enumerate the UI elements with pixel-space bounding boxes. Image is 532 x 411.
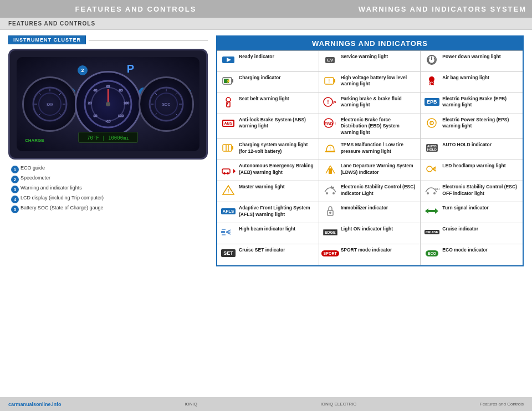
- esc-icon: [323, 184, 338, 196]
- svg-point-78: [433, 192, 436, 194]
- charging-icon: ⚡: [221, 75, 236, 87]
- ready-icon: [221, 54, 236, 66]
- legend: 1 ECO guide 2 Speedometer 3 Warning and …: [8, 165, 208, 213]
- svg-rect-84: [221, 231, 225, 233]
- svg-line-30: [155, 93, 157, 95]
- svg-text:-10: -10: [106, 120, 111, 123]
- esc-label: Electronic Stability Control (ESC) Indic…: [341, 184, 417, 197]
- hv-battery-label: High voltage battery low level warning l…: [341, 75, 417, 88]
- charging-icon-svg: ⚡: [222, 75, 235, 86]
- ebd-icon: EBD !: [323, 117, 338, 129]
- legend-item-3: 3 Warning and indicator lights: [11, 185, 208, 193]
- svg-rect-58: [232, 146, 233, 150]
- light-on-icon: EDGE: [323, 226, 338, 238]
- svg-text:20: 20: [88, 101, 92, 105]
- svg-rect-40: [334, 79, 335, 83]
- immobilizer-label: Immobilizer indicator: [341, 205, 417, 211]
- airbag-icon: [424, 75, 439, 87]
- warning-cell-cruise: CRUISE Cruise indicator: [421, 223, 523, 244]
- esc-icon-svg: [323, 184, 337, 196]
- warning-cell-tpms: ! TPMS Malfunction / Low tire pressure w…: [319, 139, 421, 160]
- footer-logo: carmanualsonline.info: [8, 402, 62, 407]
- charging-sys-label: Charging system warning light (for 12-vo…: [239, 142, 315, 155]
- svg-rect-61: [325, 151, 335, 152]
- cluster-container: 1 2 3 4 5: [8, 49, 208, 160]
- abs-label: Anti-lock Brake System (ABS) warning lig…: [239, 117, 315, 130]
- svg-text:!: !: [335, 122, 336, 126]
- cluster-label-2: 2: [78, 65, 88, 75]
- svg-point-77: [427, 192, 429, 194]
- cruise-icon: CRUISE: [424, 226, 439, 238]
- led-headlamp-label: LED headlamp warning light: [442, 163, 519, 169]
- ebd-icon-svg: EBD !: [323, 117, 338, 129]
- warning-cell-abs: ABS Anti-lock Brake System (ABS) warning…: [217, 114, 319, 139]
- ready-icon-svg: [222, 55, 235, 65]
- gauge-right-svg: SOC: [147, 85, 186, 124]
- seatbelt-icon: [221, 96, 236, 108]
- sport-label: SPORT mode indicator: [341, 247, 417, 253]
- afls-icon: AFLS: [221, 205, 236, 217]
- led-icon-svg: [425, 163, 438, 174]
- highbeam-icon: [221, 226, 236, 238]
- gauge-right: SOC: [139, 76, 194, 132]
- svg-rect-63: [222, 169, 230, 173]
- ebd-label: Electronic Brake force Distribution (EBD…: [341, 117, 417, 136]
- eps-icon-svg: !: [425, 117, 438, 129]
- warning-cell-esc-off: OFF Electronic Stability Control (ESC) O…: [421, 181, 523, 202]
- legend-text-1: ECO guide: [21, 165, 45, 172]
- eco-mode-label: ECO mode indicator: [442, 247, 519, 253]
- warning-cell-sport: SPORT SPORT mode indicator: [319, 244, 421, 265]
- ev-badge: EV: [325, 57, 335, 63]
- svg-point-75: [326, 192, 328, 194]
- svg-marker-83: [432, 208, 438, 214]
- tpms-icon-svg: !: [324, 142, 337, 153]
- svg-line-25: [176, 93, 177, 95]
- esc-off-label: Electronic Stability Control (ESC) OFF i…: [442, 184, 519, 197]
- lcd-display: 70°F | 10000mi: [78, 132, 138, 143]
- left-section: INSTRUMENT CLUSTER 1 2 3 4 5: [8, 35, 208, 266]
- svg-text:⚡: ⚡: [226, 78, 231, 84]
- cluster-inner: 1 2 3 4 5: [17, 57, 200, 151]
- aeb-icon-svg: [221, 163, 236, 174]
- legend-text-4: LCD display (including Trip computer): [21, 195, 104, 202]
- eco-badge: ECO: [426, 250, 438, 256]
- eco-indicator: CHARGE: [25, 138, 44, 143]
- warning-cell-cruise-set: SET Cruise SET indicator: [217, 244, 319, 265]
- afls-badge: AFLS: [221, 208, 236, 214]
- legend-item-2: 2 Speedometer: [11, 175, 208, 183]
- svg-line-5: [59, 114, 61, 115]
- turn-signal-icon-svg: [424, 206, 439, 217]
- legend-num-5: 5: [11, 206, 19, 213]
- master-label: Master warning light: [239, 184, 315, 190]
- svg-rect-36: [232, 79, 233, 83]
- warning-cell-immobilizer: Immobilizer indicator: [319, 202, 421, 223]
- header-left-title: FEATURES AND CONTROLS: [6, 5, 266, 13]
- eps-label: Electric Power Steering (EPS) warning li…: [442, 117, 519, 130]
- airbag-label: Air bag warning light: [442, 75, 519, 81]
- page-footer: carmanualsonline.info IONIQ IONIQ ELECTR…: [0, 397, 532, 411]
- svg-line-8: [39, 93, 40, 95]
- auto-hold-badge: AUTOHOLD: [426, 144, 438, 152]
- auto-hold-label: AUTO HOLD indicator: [442, 142, 519, 148]
- right-section: WARNINGS AND INDICATORS Ready indicator: [216, 35, 524, 266]
- immobilizer-icon-svg: [324, 206, 337, 217]
- header-right-title: WARNINGS AND INDICATORS SYSTEM: [266, 5, 526, 13]
- instrument-cluster-title: INSTRUMENT CLUSTER: [8, 35, 86, 44]
- warning-cell-ldws: Lane Departure Warning System (LDWS) Ind…: [319, 160, 421, 181]
- afls-label: Adaptive Front Lighting System (AFLS) wa…: [239, 205, 315, 218]
- warning-cell-master: ! Master warning light: [217, 181, 319, 202]
- tpms-label: TPMS Malfunction / Low tire pressure war…: [341, 142, 417, 155]
- cruise-badge: CRUISE: [424, 230, 439, 234]
- svg-rect-57: [223, 145, 232, 151]
- parking-brake-icon-svg: ! P: [323, 96, 338, 107]
- ready-label: Ready indicator: [239, 54, 315, 60]
- svg-text:!: !: [327, 99, 329, 105]
- service-label: Service warning light: [341, 54, 417, 60]
- seatbelt-label: Seat belt warning light: [239, 96, 315, 102]
- gauge-left: kW: [22, 76, 78, 132]
- warning-cell-charging: ⚡ Charging indicator: [217, 72, 319, 93]
- service-icon: EV: [323, 54, 338, 66]
- warning-cell-parking-brake: ! P Parking brake & brake fluid warning …: [319, 93, 421, 114]
- svg-point-21: [106, 102, 110, 106]
- warning-cell-service: EV Service warning light: [319, 51, 421, 72]
